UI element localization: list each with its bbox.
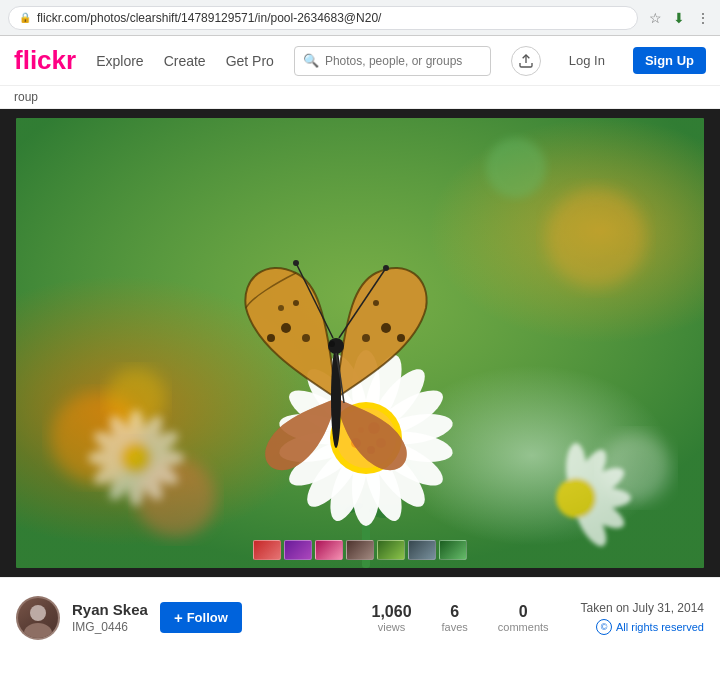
thumbnail-7[interactable]: [439, 540, 467, 560]
nav-create[interactable]: Create: [164, 53, 206, 69]
views-count: 1,060: [371, 603, 411, 621]
photo-container: [0, 109, 720, 577]
signup-button[interactable]: Sign Up: [633, 47, 706, 74]
svg-point-58: [381, 323, 391, 333]
comments-label: comments: [498, 621, 549, 633]
copyright-icon: ©: [596, 619, 612, 635]
svg-point-55: [293, 300, 299, 306]
svg-point-64: [329, 341, 335, 347]
thumbnail-4[interactable]: [346, 540, 374, 560]
browser-chrome: 🔒 flickr.com/photos/clearshift/147891295…: [0, 0, 720, 36]
username[interactable]: Ryan Skea: [72, 601, 148, 618]
photo-canvas: [16, 118, 704, 568]
url-bar[interactable]: 🔒 flickr.com/photos/clearshift/147891295…: [8, 6, 638, 30]
svg-point-66: [293, 260, 299, 266]
svg-point-60: [373, 300, 379, 306]
thumbnail-5[interactable]: [377, 540, 405, 560]
comments-stat: 0 comments: [498, 603, 549, 633]
download-icon[interactable]: ⬇: [670, 9, 688, 27]
svg-point-56: [302, 334, 310, 342]
search-box[interactable]: 🔍: [294, 46, 491, 76]
thumbnail-1[interactable]: [253, 540, 281, 560]
thumbnail-6[interactable]: [408, 540, 436, 560]
follow-button[interactable]: + Follow: [160, 602, 242, 633]
follow-label: Follow: [187, 610, 228, 625]
url-text: flickr.com/photos/clearshift/14789129571…: [37, 11, 381, 25]
faves-label: faves: [442, 621, 468, 633]
svg-point-54: [267, 334, 275, 342]
nav-explore[interactable]: Explore: [96, 53, 143, 69]
menu-icon[interactable]: ⋮: [694, 9, 712, 27]
upload-button[interactable]: [511, 46, 541, 76]
flickr-logo[interactable]: flickr: [14, 45, 76, 76]
thumbnail-2[interactable]: [284, 540, 312, 560]
rights-label: All rights reserved: [616, 621, 704, 633]
faves-count: 6: [450, 603, 459, 621]
rights-line[interactable]: © All rights reserved: [596, 619, 704, 635]
logo-accent: ckr: [37, 45, 76, 75]
bookmark-icon[interactable]: ☆: [646, 9, 664, 27]
svg-point-76: [30, 605, 46, 621]
breadcrumb-text: roup: [14, 90, 38, 104]
thumbnail-3[interactable]: [315, 540, 343, 560]
user-info: Ryan Skea IMG_0446: [72, 601, 148, 634]
svg-point-24: [120, 442, 152, 474]
date-section: Taken on July 31, 2014 © All rights rese…: [581, 601, 704, 635]
svg-point-59: [397, 334, 405, 342]
follow-plus-icon: +: [174, 609, 183, 626]
breadcrumb: roup: [0, 86, 720, 109]
avatar[interactable]: [16, 596, 60, 640]
photo-svg: [16, 118, 704, 568]
photo-title: IMG_0446: [72, 620, 148, 634]
search-input[interactable]: [325, 54, 482, 68]
faves-stat: 6 faves: [442, 603, 468, 633]
avatar-image: [18, 598, 58, 638]
thumbnail-strip: [253, 540, 467, 560]
search-icon: 🔍: [303, 53, 319, 68]
stats-section: 1,060 views 6 faves 0 comments: [371, 603, 548, 633]
flickr-navbar: flickr Explore Create Get Pro 🔍 Log In S…: [0, 36, 720, 86]
svg-point-57: [278, 305, 284, 311]
browser-actions: ☆ ⬇ ⋮: [646, 9, 712, 27]
info-bar: Ryan Skea IMG_0446 + Follow 1,060 views …: [0, 577, 720, 657]
svg-point-61: [362, 334, 370, 342]
svg-point-75: [556, 478, 596, 518]
svg-point-11: [486, 138, 546, 198]
date-label: Taken on July 31, 2014: [581, 601, 704, 615]
svg-point-62: [331, 348, 341, 448]
comments-count: 0: [519, 603, 528, 621]
nav-getpro[interactable]: Get Pro: [226, 53, 274, 69]
lock-icon: 🔒: [19, 12, 31, 23]
svg-point-77: [24, 623, 52, 638]
login-button[interactable]: Log In: [561, 49, 613, 72]
views-label: views: [378, 621, 406, 633]
svg-point-8: [546, 188, 646, 288]
views-stat: 1,060 views: [371, 603, 411, 633]
svg-point-53: [281, 323, 291, 333]
svg-point-68: [383, 265, 389, 271]
